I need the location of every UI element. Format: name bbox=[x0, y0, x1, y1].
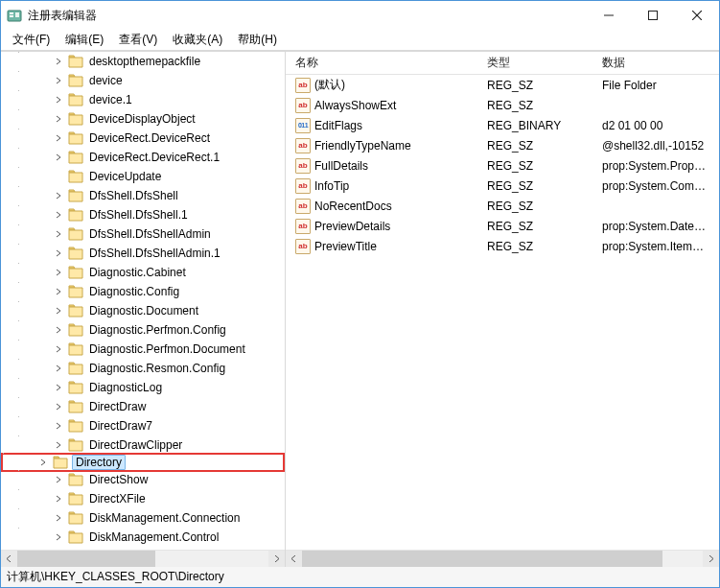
tree-item[interactable]: DeviceRect.DeviceRect.1 bbox=[1, 148, 285, 167]
tree-item[interactable]: DiskManagement.Control bbox=[1, 528, 285, 547]
tree-item[interactable]: Diagnostic.Perfmon.Document bbox=[1, 340, 285, 359]
expand-chevron-icon[interactable] bbox=[53, 115, 64, 123]
tree-item[interactable]: desktopthemepackfile bbox=[1, 52, 285, 71]
tree-item-label: DirectXFile bbox=[87, 492, 148, 506]
tree-item-label: DeviceRect.DeviceRect bbox=[87, 131, 212, 145]
tree-item-label: DeviceUpdate bbox=[87, 170, 163, 183]
expand-chevron-icon[interactable] bbox=[53, 249, 64, 257]
expand-chevron-icon[interactable] bbox=[53, 269, 64, 276]
expand-chevron-icon[interactable] bbox=[53, 533, 64, 541]
tree-item-label: Diagnostic.Perfmon.Config bbox=[87, 323, 228, 337]
tree-item-label: DirectDraw7 bbox=[87, 419, 154, 433]
expand-chevron-icon[interactable] bbox=[53, 422, 64, 430]
tree-item[interactable]: DirectShow bbox=[1, 470, 285, 489]
scroll-left-button[interactable] bbox=[286, 551, 302, 567]
expand-chevron-icon[interactable] bbox=[53, 96, 64, 104]
minimize-button[interactable] bbox=[587, 1, 631, 30]
expand-chevron-icon[interactable] bbox=[53, 288, 64, 295]
menu-view[interactable]: 查看(V) bbox=[111, 30, 165, 50]
scroll-right-button[interactable] bbox=[268, 551, 285, 567]
tree-item[interactable]: DirectDrawClipper bbox=[1, 435, 285, 455]
menu-help[interactable]: 帮助(H) bbox=[230, 30, 285, 50]
scroll-thumb[interactable] bbox=[302, 551, 662, 567]
value-row[interactable]: NoRecentDocsREG_SZ bbox=[286, 196, 719, 216]
column-header-name[interactable]: 名称 bbox=[286, 55, 477, 71]
tree-item[interactable]: DirectXFile bbox=[1, 489, 285, 508]
expand-chevron-icon[interactable] bbox=[53, 134, 64, 142]
value-row[interactable]: PreviewTitleREG_SZprop:System.ItemName bbox=[286, 236, 719, 256]
expand-chevron-icon[interactable] bbox=[53, 211, 64, 219]
values-listview[interactable]: 名称 类型 数据 (默认)REG_SZFile FolderAlwaysShow… bbox=[286, 52, 719, 550]
expand-chevron-icon[interactable] bbox=[53, 495, 64, 503]
value-row[interactable]: InfoTipREG_SZprop:System.Comment bbox=[286, 176, 719, 196]
tree-item[interactable]: DfsShell.DfsShellAdmin bbox=[1, 224, 285, 244]
scroll-track[interactable] bbox=[17, 551, 268, 567]
scroll-left-button[interactable] bbox=[1, 551, 17, 567]
tree-item[interactable]: Diagnostic.Resmon.Config bbox=[1, 359, 285, 378]
folder-icon bbox=[68, 304, 83, 318]
value-data: prop:System.Comment bbox=[592, 179, 719, 193]
value-name-cell: AlwaysShowExt bbox=[286, 98, 477, 113]
tree-item-label: Diagnostic.Resmon.Config bbox=[87, 362, 227, 375]
value-row[interactable]: FriendlyTypeNameREG_SZ@shell32.dll,-1015… bbox=[286, 135, 719, 155]
chevron-right-icon bbox=[273, 555, 280, 562]
tree-item[interactable]: DfsShell.DfsShellAdmin.1 bbox=[1, 244, 285, 263]
values-horizontal-scrollbar[interactable] bbox=[286, 550, 719, 566]
tree-item[interactable]: DirectDraw7 bbox=[1, 416, 285, 435]
tree-item[interactable]: DeviceDisplayObject bbox=[1, 109, 285, 129]
maximize-button[interactable] bbox=[631, 1, 675, 30]
tree-item[interactable]: Diagnostic.Config bbox=[1, 282, 285, 301]
tree-item[interactable]: Diagnostic.Cabinet bbox=[1, 263, 285, 282]
tree-item[interactable]: DirectDraw bbox=[1, 397, 285, 416]
close-button[interactable] bbox=[675, 1, 719, 30]
expand-chevron-icon[interactable] bbox=[53, 476, 64, 483]
expand-chevron-icon[interactable] bbox=[53, 307, 64, 315]
value-name: AlwaysShowExt bbox=[314, 99, 396, 112]
expand-chevron-icon[interactable] bbox=[53, 58, 64, 65]
value-row[interactable]: AlwaysShowExtREG_SZ bbox=[286, 95, 719, 115]
expand-chevron-icon[interactable] bbox=[53, 192, 64, 200]
tree-item[interactable]: DiskManagement.Connection bbox=[1, 508, 285, 528]
expand-chevron-icon[interactable] bbox=[37, 459, 49, 466]
menu-file[interactable]: 文件(F) bbox=[5, 30, 58, 50]
expand-chevron-icon[interactable] bbox=[53, 345, 64, 353]
tree-item[interactable]: DfsShell.DfsShell bbox=[1, 186, 285, 205]
expand-chevron-icon[interactable] bbox=[53, 77, 64, 84]
menu-favorites[interactable]: 收藏夹(A) bbox=[165, 30, 230, 50]
value-row[interactable]: FullDetailsREG_SZprop:System.PropGroup bbox=[286, 155, 719, 176]
expand-chevron-icon[interactable] bbox=[53, 326, 64, 334]
tree-item[interactable]: device.1 bbox=[1, 90, 285, 109]
tree-item[interactable]: Diagnostic.Document bbox=[1, 301, 285, 320]
tree-item[interactable]: DeviceRect.DeviceRect bbox=[1, 129, 285, 148]
tree-item[interactable]: device bbox=[1, 71, 285, 90]
titlebar[interactable]: 注册表编辑器 bbox=[1, 1, 719, 30]
tree-item[interactable]: DfsShell.DfsShell.1 bbox=[1, 205, 285, 224]
expand-chevron-icon[interactable] bbox=[53, 384, 64, 391]
tree-item[interactable]: Directory bbox=[1, 453, 285, 472]
tree-pane: desktopthemepackfiledevicedevice.1Device… bbox=[1, 52, 286, 566]
expand-chevron-icon[interactable] bbox=[53, 514, 64, 522]
column-header-data[interactable]: 数据 bbox=[592, 55, 719, 71]
expand-chevron-icon[interactable] bbox=[53, 365, 64, 372]
menu-edit[interactable]: 编辑(E) bbox=[58, 30, 111, 50]
scroll-track[interactable] bbox=[302, 551, 703, 567]
tree-guide bbox=[18, 224, 53, 244]
tree-guide bbox=[18, 148, 53, 167]
value-row[interactable]: (默认)REG_SZFile Folder bbox=[286, 75, 719, 95]
tree-guide bbox=[18, 90, 53, 109]
column-header-type[interactable]: 类型 bbox=[477, 55, 592, 71]
expand-chevron-icon[interactable] bbox=[53, 441, 64, 449]
tree-item[interactable]: DeviceUpdate bbox=[1, 167, 285, 186]
tree-item[interactable]: Diagnostic.Perfmon.Config bbox=[1, 320, 285, 340]
tree-horizontal-scrollbar[interactable] bbox=[1, 550, 285, 566]
expand-chevron-icon[interactable] bbox=[53, 403, 64, 411]
scroll-thumb[interactable] bbox=[17, 551, 155, 567]
value-row[interactable]: EditFlagsREG_BINARYd2 01 00 00 bbox=[286, 115, 719, 135]
tree-scroll-area[interactable]: desktopthemepackfiledevicedevice.1Device… bbox=[1, 52, 285, 550]
scroll-right-button[interactable] bbox=[703, 551, 719, 567]
value-row[interactable]: PreviewDetailsREG_SZprop:System.DateModi… bbox=[286, 216, 719, 236]
tree-item[interactable]: DiagnosticLog bbox=[1, 378, 285, 397]
expand-chevron-icon[interactable] bbox=[53, 153, 64, 161]
expand-chevron-icon[interactable] bbox=[53, 230, 64, 238]
string-value-icon bbox=[295, 78, 311, 93]
